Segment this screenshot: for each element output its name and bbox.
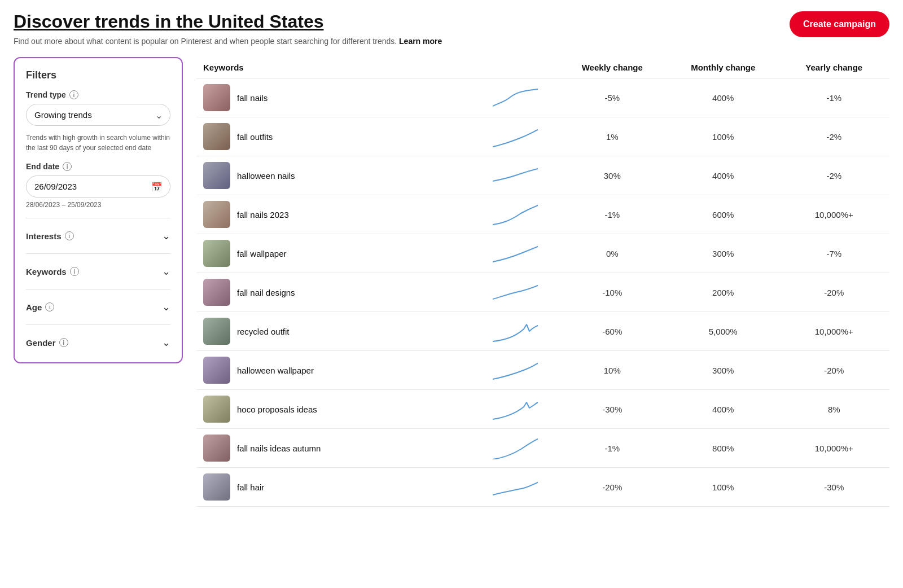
trend-type-hint: Trends with high growth in search volume… <box>26 133 170 153</box>
gender-filter-row[interactable]: Gender i ⌄ <box>26 334 170 351</box>
trend-type-info-icon[interactable]: i <box>69 90 78 99</box>
trend-type-label: Trend type i <box>26 90 170 99</box>
trend-sparkline-7 <box>480 359 550 381</box>
end-date-info-icon[interactable]: i <box>63 162 72 171</box>
trends-table: Keywords Weekly change Monthly change Ye… <box>196 57 889 507</box>
trend-sparkline-4 <box>480 242 550 265</box>
trend-sparkline-9 <box>480 437 550 459</box>
divider-1 <box>26 218 170 218</box>
interests-label: Interests i <box>26 231 74 241</box>
weekly-change-8: -30% <box>557 390 668 429</box>
trend-type-select[interactable]: Growing trends <box>26 104 170 126</box>
keyword-name-2: halloween nails <box>237 171 295 181</box>
gender-chevron-icon: ⌄ <box>162 336 170 349</box>
sparkline-cell-2 <box>474 156 556 195</box>
yearly-change-0: -1% <box>779 78 890 117</box>
keyword-thumb-9 <box>203 435 230 462</box>
weekly-change-10: -20% <box>557 468 668 507</box>
age-label: Age i <box>26 302 54 312</box>
keyword-thumb-1 <box>203 123 230 150</box>
monthly-change-9: 800% <box>668 429 778 468</box>
yearly-change-6: 10,000%+ <box>779 312 890 351</box>
yearly-change-8: 8% <box>779 390 890 429</box>
yearly-change-10: -30% <box>779 468 890 507</box>
table-row[interactable]: fall nails ideas autumn -1% 800% 10,000%… <box>196 429 889 468</box>
page-wrapper: Discover trends in the United States Fin… <box>0 0 903 518</box>
main-content: Filters Trend type i Growing trends ⌄ Tr… <box>14 57 889 507</box>
trend-type-select-wrapper: Growing trends ⌄ <box>26 104 170 126</box>
yearly-change-4: -7% <box>779 234 890 273</box>
keyword-thumb-0 <box>203 84 230 111</box>
sparkline-cell-6 <box>474 312 556 351</box>
monthly-change-7: 300% <box>668 351 778 390</box>
table-row[interactable]: fall outfits 1% 100% -2% <box>196 117 889 156</box>
keyword-thumb-7 <box>203 357 230 384</box>
keyword-cell-6: recycled outfit <box>196 312 474 351</box>
end-date-input-wrapper: 📅 <box>26 175 170 198</box>
sparkline-cell-7 <box>474 351 556 390</box>
trend-sparkline-1 <box>480 125 550 148</box>
interests-chevron-icon: ⌄ <box>162 230 170 242</box>
keyword-name-8: hoco proposals ideas <box>237 405 317 414</box>
monthly-change-8: 400% <box>668 390 778 429</box>
table-row[interactable]: fall hair -20% 100% -30% <box>196 468 889 507</box>
interests-filter-row[interactable]: Interests i ⌄ <box>26 227 170 244</box>
sparkline-cell-10 <box>474 468 556 507</box>
table-row[interactable]: halloween nails 30% 400% -2% <box>196 156 889 195</box>
sparkline-cell-3 <box>474 195 556 234</box>
keyword-thumb-3 <box>203 201 230 228</box>
table-header-row: Keywords Weekly change Monthly change Ye… <box>196 57 889 78</box>
keyword-name-9: fall nails ideas autumn <box>237 444 321 453</box>
sparkline-cell-9 <box>474 429 556 468</box>
yearly-change-1: -2% <box>779 117 890 156</box>
table-row[interactable]: fall wallpaper 0% 300% -7% <box>196 234 889 273</box>
yearly-change-2: -2% <box>779 156 890 195</box>
end-date-input[interactable] <box>26 175 170 198</box>
yearly-change-7: -20% <box>779 351 890 390</box>
keyword-name-7: halloween wallpaper <box>237 366 314 375</box>
sparkline-cell-4 <box>474 234 556 273</box>
keyword-cell-4: fall wallpaper <box>196 234 474 273</box>
trend-sparkline-8 <box>480 398 550 420</box>
filters-sidebar: Filters Trend type i Growing trends ⌄ Tr… <box>14 57 183 363</box>
trend-sparkline-5 <box>480 281 550 304</box>
keyword-cell-0: fall nails <box>196 78 474 117</box>
keyword-thumb-5 <box>203 279 230 306</box>
keyword-thumb-2 <box>203 162 230 189</box>
keyword-cell-9: fall nails ideas autumn <box>196 429 474 468</box>
trend-sparkline-10 <box>480 476 550 498</box>
table-row[interactable]: halloween wallpaper 10% 300% -20% <box>196 351 889 390</box>
age-filter-row[interactable]: Age i ⌄ <box>26 299 170 315</box>
keyword-name-0: fall nails <box>237 93 268 103</box>
create-campaign-button[interactable]: Create campaign <box>790 11 889 37</box>
keyword-cell-1: fall outfits <box>196 117 474 156</box>
table-row[interactable]: fall nails -5% 400% -1% <box>196 78 889 117</box>
col-header-keywords: Keywords <box>196 57 474 78</box>
table-row[interactable]: hoco proposals ideas -30% 400% 8% <box>196 390 889 429</box>
table-row[interactable]: fall nail designs -10% 200% -20% <box>196 273 889 312</box>
subtitle-text: Find out more about what content is popu… <box>14 37 397 46</box>
keyword-name-10: fall hair <box>237 482 264 492</box>
col-header-sparkline <box>474 57 556 78</box>
header-area: Discover trends in the United States Fin… <box>14 11 889 46</box>
sparkline-cell-1 <box>474 117 556 156</box>
yearly-change-3: 10,000%+ <box>779 195 890 234</box>
keyword-name-3: fall nails 2023 <box>237 210 289 220</box>
keywords-filter-row[interactable]: Keywords i ⌄ <box>26 263 170 280</box>
col-header-yearly: Yearly change <box>779 57 890 78</box>
weekly-change-0: -5% <box>557 78 668 117</box>
keyword-thumb-8 <box>203 396 230 423</box>
learn-more-link[interactable]: Learn more <box>399 37 442 46</box>
table-row[interactable]: fall nails 2023 -1% 600% 10,000%+ <box>196 195 889 234</box>
table-row[interactable]: recycled outfit -60% 5,000% 10,000%+ <box>196 312 889 351</box>
trend-sparkline-6 <box>480 320 550 343</box>
trend-sparkline-0 <box>480 86 550 109</box>
age-info-icon[interactable]: i <box>45 302 54 311</box>
monthly-change-2: 400% <box>668 156 778 195</box>
interests-info-icon[interactable]: i <box>65 231 74 240</box>
keywords-info-icon[interactable]: i <box>70 267 79 276</box>
yearly-change-5: -20% <box>779 273 890 312</box>
keywords-chevron-icon: ⌄ <box>162 265 170 278</box>
gender-info-icon[interactable]: i <box>59 338 68 347</box>
end-date-label: End date i <box>26 162 170 171</box>
